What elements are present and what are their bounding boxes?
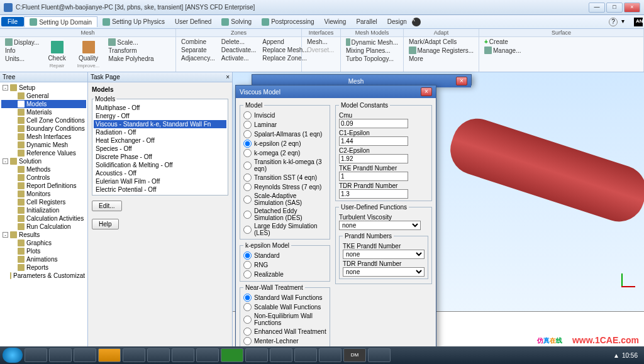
help-icon[interactable]: ?	[609, 18, 618, 26]
tree-node[interactable]: Reports	[1, 263, 86, 272]
info-button[interactable]: Info	[3, 47, 42, 55]
tree-node[interactable]: Controls	[1, 174, 86, 182]
tke-prandtl-select[interactable]: none	[343, 250, 425, 259]
models-list-item[interactable]: Energy - Off	[94, 112, 226, 120]
dynamic-mesh-button[interactable]: Dynamic Mesh...	[343, 38, 401, 47]
constant-input[interactable]	[339, 154, 408, 163]
tab-user-defined[interactable]: User Defined	[170, 17, 216, 26]
model-option[interactable]: Detached Eddy Simulation (DES)	[243, 207, 326, 222]
models-list-item[interactable]: Radiation - Off	[94, 128, 226, 136]
tree-node[interactable]: Report Definitions	[1, 182, 86, 190]
separate-button[interactable]: Separate	[179, 46, 218, 54]
tab-collapse[interactable]: ^	[412, 18, 421, 26]
deactivate-button[interactable]: Deactivate...	[219, 46, 259, 54]
taskbar-item[interactable]	[123, 348, 145, 362]
overset-button[interactable]: Overset...	[304, 46, 338, 54]
units-button[interactable]: Units...	[3, 55, 42, 63]
models-list-item[interactable]: Discrete Phase - Off	[94, 153, 226, 161]
taskbar-item[interactable]	[270, 348, 292, 362]
turbulent-viscosity-select[interactable]: none	[339, 221, 421, 230]
display-button[interactable]: Display...	[3, 38, 42, 47]
tree-node[interactable]: Parameters & Customizat	[1, 272, 86, 280]
tree-node[interactable]: Dynamic Mesh	[1, 141, 86, 149]
model-option[interactable]: Scale-Adaptive Simulation (SAS)	[243, 192, 326, 207]
file-menu[interactable]: File	[1, 17, 24, 26]
mesh-dialog-close-icon[interactable]: ×	[456, 77, 467, 85]
edit-button[interactable]: Edit...	[92, 201, 122, 211]
tree-node[interactable]: Materials	[1, 108, 86, 116]
tree-node[interactable]: Models	[1, 100, 86, 108]
tree-node[interactable]: Monitors	[1, 190, 86, 198]
nwt-option[interactable]: Standard Wall Functions	[243, 293, 326, 302]
taskbar-item[interactable]	[245, 348, 268, 362]
model-option[interactable]: Reynolds Stress (7 eqn)	[243, 182, 326, 192]
activate-button[interactable]: Activate...	[219, 54, 259, 62]
nwt-option[interactable]: Scalable Wall Functions	[243, 302, 326, 312]
adapt-more-button[interactable]: More	[406, 55, 476, 63]
mark-adapt-button[interactable]: Mark/Adapt Cells	[406, 38, 476, 46]
tree-node[interactable]: -Results	[1, 231, 86, 239]
tree-list[interactable]: -SetupGeneralModelsMaterialsCell Zone Co…	[0, 82, 87, 346]
models-list-item[interactable]: Species - Off	[94, 145, 226, 153]
nwt-option[interactable]: Enhanced Wall Treatment	[243, 327, 326, 336]
models-list-item[interactable]: Viscous - Standard k-e, Standard Wall Fn	[94, 120, 226, 128]
tree-node[interactable]: Methods	[1, 165, 86, 174]
ke-option[interactable]: Standard	[243, 251, 326, 260]
taskbar-item[interactable]	[98, 348, 121, 362]
tab-parallel[interactable]: Parallel	[351, 17, 382, 26]
check-button[interactable]: CheckRepair	[43, 38, 70, 71]
minimize-button[interactable]: —	[589, 3, 605, 13]
model-option[interactable]: k-omega (2 eqn)	[243, 148, 326, 158]
model-option[interactable]: Transition SST (4 eqn)	[243, 173, 326, 182]
create-surface-button[interactable]: +Create	[482, 38, 641, 46]
models-list[interactable]: Multiphase - OffEnergy - OffViscous - St…	[94, 104, 226, 194]
taskbar-item[interactable]	[221, 348, 243, 362]
tree-node[interactable]: -Solution	[1, 157, 86, 165]
help-button[interactable]: Help	[92, 219, 119, 229]
taskbar-item[interactable]	[196, 348, 219, 362]
interfaces-mesh-button[interactable]: Mesh...	[304, 38, 338, 46]
scale-button[interactable]: Scale...	[106, 38, 156, 47]
mesh-dialog[interactable]: Mesh×	[252, 74, 472, 85]
taskbar-item[interactable]	[25, 348, 47, 362]
quality-button[interactable]: QualityImprove...	[72, 38, 105, 71]
dialog-close-icon[interactable]: ×	[421, 87, 432, 96]
transform-button[interactable]: Transform	[106, 47, 156, 55]
taskbar-item[interactable]	[147, 348, 170, 362]
tab-solving[interactable]: Solving	[216, 17, 257, 27]
axis-triad-icon[interactable]	[610, 273, 635, 299]
tree-node[interactable]: Cell Registers	[1, 198, 86, 206]
constant-input[interactable]	[339, 136, 408, 146]
start-button[interactable]	[3, 348, 23, 363]
taskbar-item[interactable]	[319, 348, 341, 362]
tree-node[interactable]: General	[1, 92, 86, 100]
taskbar-item[interactable]	[294, 348, 317, 362]
tab-design[interactable]: Design	[382, 17, 412, 26]
tree-node[interactable]: Plots	[1, 247, 86, 255]
tree-node[interactable]: Graphics	[1, 239, 86, 247]
tab-setting-up-physics[interactable]: Setting Up Physics	[97, 17, 170, 27]
tree-node[interactable]: Animations	[1, 255, 86, 263]
taskbar-item[interactable]	[368, 348, 391, 362]
close-button[interactable]: ×	[624, 3, 640, 13]
model-option[interactable]: Transition k-kl-omega (3 eqn)	[243, 158, 326, 173]
nwt-option[interactable]: Menter-Lechner	[243, 336, 326, 346]
combine-button[interactable]: Combine	[179, 38, 218, 46]
constant-input[interactable]	[339, 189, 408, 199]
tree-node[interactable]: Initialization	[1, 206, 86, 214]
taskbar-item[interactable]	[74, 348, 96, 362]
options-icon[interactable]: ▾	[621, 18, 630, 26]
polyhedra-button[interactable]: Make Polyhedra	[106, 55, 156, 63]
adjacency-button[interactable]: Adjacency...	[179, 54, 218, 62]
models-list-item[interactable]: Acoustics - Off	[94, 169, 226, 177]
model-option[interactable]: Laminar	[243, 120, 326, 130]
tree-node[interactable]: Boundary Conditions	[1, 124, 86, 133]
manage-registers-button[interactable]: Manage Registers...	[406, 46, 476, 55]
model-option[interactable]: Inviscid	[243, 111, 326, 120]
ke-option[interactable]: RNG	[243, 260, 326, 270]
tab-viewing[interactable]: Viewing	[319, 17, 352, 26]
model-option[interactable]: Large Eddy Simulation (LES)	[243, 222, 326, 237]
system-tray[interactable]: ▲ 10:56	[609, 352, 641, 359]
tree-node[interactable]: Reference Values	[1, 149, 86, 157]
delete-button[interactable]: Delete...	[219, 38, 259, 46]
